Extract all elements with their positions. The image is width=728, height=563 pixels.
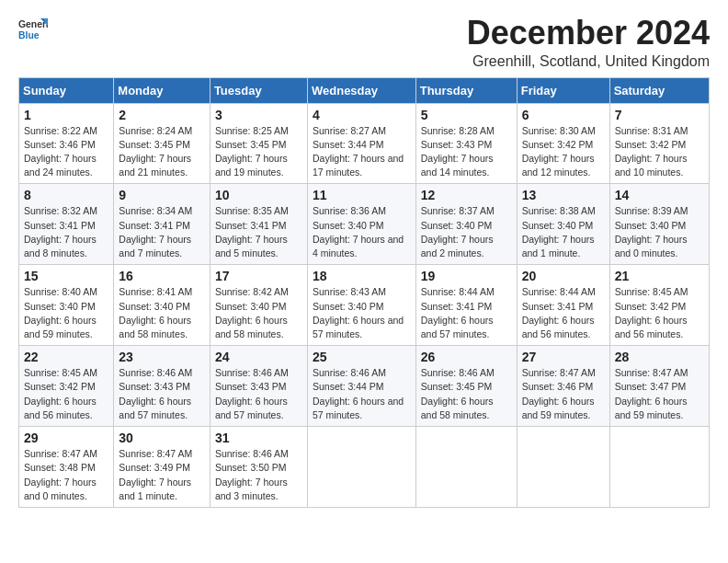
calendar-header-row: SundayMondayTuesdayWednesdayThursdayFrid… [19, 77, 710, 103]
calendar-week-row: 1Sunrise: 8:22 AMSunset: 3:46 PMDaylight… [19, 103, 710, 184]
day-number: 21 [615, 269, 704, 283]
header: General Blue December 2024 Greenhill, Sc… [18, 15, 710, 70]
day-number: 22 [24, 350, 108, 364]
calendar-cell: 2Sunrise: 8:24 AMSunset: 3:45 PMDaylight… [114, 103, 210, 184]
calendar-cell: 8Sunrise: 8:32 AMSunset: 3:41 PMDaylight… [19, 184, 114, 265]
day-detail: Sunrise: 8:36 AMSunset: 3:40 PMDaylight:… [313, 204, 411, 260]
calendar-cell: 14Sunrise: 8:39 AMSunset: 3:40 PMDayligh… [609, 184, 709, 265]
calendar-cell: 10Sunrise: 8:35 AMSunset: 3:41 PMDayligh… [210, 184, 307, 265]
day-detail: Sunrise: 8:46 AMSunset: 3:45 PMDaylight:… [421, 366, 512, 422]
day-number: 4 [313, 108, 411, 122]
day-detail: Sunrise: 8:25 AMSunset: 3:45 PMDaylight:… [215, 124, 302, 180]
day-detail: Sunrise: 8:44 AMSunset: 3:41 PMDaylight:… [522, 285, 605, 341]
day-number: 17 [215, 269, 302, 283]
calendar-cell: 1Sunrise: 8:22 AMSunset: 3:46 PMDaylight… [19, 103, 114, 184]
calendar-cell: 25Sunrise: 8:46 AMSunset: 3:44 PMDayligh… [307, 346, 415, 427]
logo-icon: General Blue [18, 15, 48, 44]
day-number: 10 [215, 188, 302, 202]
day-number: 30 [119, 431, 205, 445]
calendar-cell [609, 427, 709, 508]
day-number: 15 [24, 269, 108, 283]
day-detail: Sunrise: 8:34 AMSunset: 3:41 PMDaylight:… [119, 204, 205, 260]
day-number: 8 [24, 188, 108, 202]
calendar-cell: 28Sunrise: 8:47 AMSunset: 3:47 PMDayligh… [609, 346, 709, 427]
calendar-cell [307, 427, 415, 508]
svg-text:Blue: Blue [18, 30, 40, 40]
calendar-week-row: 8Sunrise: 8:32 AMSunset: 3:41 PMDaylight… [19, 184, 710, 265]
location-subtitle: Greenhill, Scotland, United Kingdom [467, 53, 710, 70]
day-number: 18 [313, 269, 411, 283]
column-header-saturday: Saturday [609, 77, 709, 103]
calendar-cell: 20Sunrise: 8:44 AMSunset: 3:41 PMDayligh… [517, 265, 609, 346]
column-header-thursday: Thursday [415, 77, 517, 103]
day-number: 14 [615, 188, 704, 202]
calendar-cell: 30Sunrise: 8:47 AMSunset: 3:49 PMDayligh… [114, 427, 210, 508]
calendar-cell: 31Sunrise: 8:46 AMSunset: 3:50 PMDayligh… [210, 427, 307, 508]
day-detail: Sunrise: 8:22 AMSunset: 3:46 PMDaylight:… [24, 124, 108, 180]
calendar-table: SundayMondayTuesdayWednesdayThursdayFrid… [18, 77, 710, 508]
day-detail: Sunrise: 8:40 AMSunset: 3:40 PMDaylight:… [24, 285, 108, 341]
day-number: 16 [119, 269, 205, 283]
day-number: 11 [313, 188, 411, 202]
logo: General Blue [18, 15, 48, 44]
calendar-cell: 16Sunrise: 8:41 AMSunset: 3:40 PMDayligh… [114, 265, 210, 346]
day-detail: Sunrise: 8:27 AMSunset: 3:44 PMDaylight:… [313, 124, 411, 180]
day-detail: Sunrise: 8:46 AMSunset: 3:50 PMDaylight:… [215, 447, 302, 503]
calendar-cell: 6Sunrise: 8:30 AMSunset: 3:42 PMDaylight… [517, 103, 609, 184]
calendar-cell: 24Sunrise: 8:46 AMSunset: 3:43 PMDayligh… [210, 346, 307, 427]
day-detail: Sunrise: 8:47 AMSunset: 3:46 PMDaylight:… [522, 366, 605, 422]
day-detail: Sunrise: 8:46 AMSunset: 3:43 PMDaylight:… [119, 366, 205, 422]
day-detail: Sunrise: 8:30 AMSunset: 3:42 PMDaylight:… [522, 124, 605, 180]
calendar-cell: 3Sunrise: 8:25 AMSunset: 3:45 PMDaylight… [210, 103, 307, 184]
calendar-cell: 9Sunrise: 8:34 AMSunset: 3:41 PMDaylight… [114, 184, 210, 265]
calendar-cell [517, 427, 609, 508]
day-number: 20 [522, 269, 605, 283]
calendar-cell: 19Sunrise: 8:44 AMSunset: 3:41 PMDayligh… [415, 265, 517, 346]
calendar-cell: 11Sunrise: 8:36 AMSunset: 3:40 PMDayligh… [307, 184, 415, 265]
calendar-cell: 27Sunrise: 8:47 AMSunset: 3:46 PMDayligh… [517, 346, 609, 427]
column-header-wednesday: Wednesday [307, 77, 415, 103]
day-detail: Sunrise: 8:45 AMSunset: 3:42 PMDaylight:… [615, 285, 704, 341]
day-detail: Sunrise: 8:45 AMSunset: 3:42 PMDaylight:… [24, 366, 108, 422]
day-detail: Sunrise: 8:46 AMSunset: 3:44 PMDaylight:… [313, 366, 411, 422]
day-number: 31 [215, 431, 302, 445]
column-header-sunday: Sunday [19, 77, 114, 103]
calendar-cell: 23Sunrise: 8:46 AMSunset: 3:43 PMDayligh… [114, 346, 210, 427]
day-number: 13 [522, 188, 605, 202]
day-detail: Sunrise: 8:38 AMSunset: 3:40 PMDaylight:… [522, 204, 605, 260]
calendar-cell: 29Sunrise: 8:47 AMSunset: 3:48 PMDayligh… [19, 427, 114, 508]
calendar-cell: 15Sunrise: 8:40 AMSunset: 3:40 PMDayligh… [19, 265, 114, 346]
calendar-cell: 7Sunrise: 8:31 AMSunset: 3:42 PMDaylight… [609, 103, 709, 184]
day-detail: Sunrise: 8:46 AMSunset: 3:43 PMDaylight:… [215, 366, 302, 422]
calendar-week-row: 15Sunrise: 8:40 AMSunset: 3:40 PMDayligh… [19, 265, 710, 346]
day-number: 27 [522, 350, 605, 364]
day-detail: Sunrise: 8:44 AMSunset: 3:41 PMDaylight:… [421, 285, 512, 341]
day-detail: Sunrise: 8:24 AMSunset: 3:45 PMDaylight:… [119, 124, 205, 180]
day-detail: Sunrise: 8:42 AMSunset: 3:40 PMDaylight:… [215, 285, 302, 341]
day-detail: Sunrise: 8:28 AMSunset: 3:43 PMDaylight:… [421, 124, 512, 180]
calendar-cell: 5Sunrise: 8:28 AMSunset: 3:43 PMDaylight… [415, 103, 517, 184]
day-detail: Sunrise: 8:43 AMSunset: 3:40 PMDaylight:… [313, 285, 411, 341]
calendar-cell: 17Sunrise: 8:42 AMSunset: 3:40 PMDayligh… [210, 265, 307, 346]
column-header-friday: Friday [517, 77, 609, 103]
calendar-cell: 26Sunrise: 8:46 AMSunset: 3:45 PMDayligh… [415, 346, 517, 427]
day-detail: Sunrise: 8:41 AMSunset: 3:40 PMDaylight:… [119, 285, 205, 341]
month-title: December 2024 [467, 15, 710, 52]
day-detail: Sunrise: 8:47 AMSunset: 3:48 PMDaylight:… [24, 447, 108, 503]
day-detail: Sunrise: 8:35 AMSunset: 3:41 PMDaylight:… [215, 204, 302, 260]
calendar-cell: 4Sunrise: 8:27 AMSunset: 3:44 PMDaylight… [307, 103, 415, 184]
calendar-cell: 22Sunrise: 8:45 AMSunset: 3:42 PMDayligh… [19, 346, 114, 427]
day-number: 7 [615, 108, 704, 122]
calendar-cell: 18Sunrise: 8:43 AMSunset: 3:40 PMDayligh… [307, 265, 415, 346]
day-number: 9 [119, 188, 205, 202]
day-detail: Sunrise: 8:37 AMSunset: 3:40 PMDaylight:… [421, 204, 512, 260]
day-number: 24 [215, 350, 302, 364]
calendar-cell [415, 427, 517, 508]
calendar-week-row: 29Sunrise: 8:47 AMSunset: 3:48 PMDayligh… [19, 427, 710, 508]
day-number: 5 [421, 108, 512, 122]
day-number: 25 [313, 350, 411, 364]
day-number: 23 [119, 350, 205, 364]
day-detail: Sunrise: 8:32 AMSunset: 3:41 PMDaylight:… [24, 204, 108, 260]
day-number: 1 [24, 108, 108, 122]
day-detail: Sunrise: 8:47 AMSunset: 3:49 PMDaylight:… [119, 447, 205, 503]
